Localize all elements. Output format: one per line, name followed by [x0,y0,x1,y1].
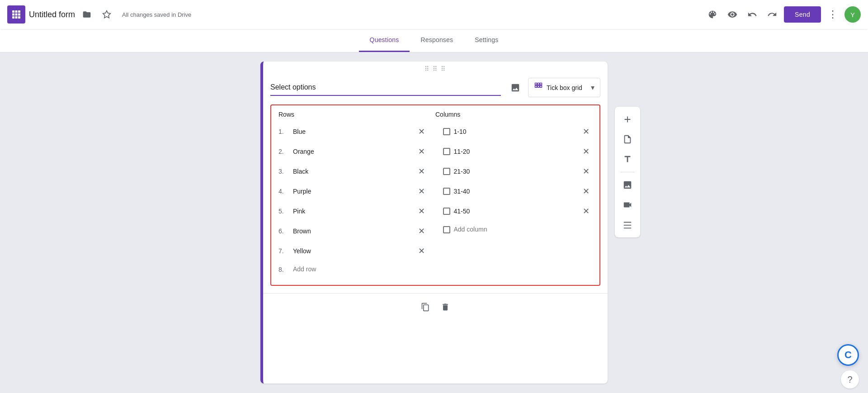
form-title: Untitled form [29,10,75,19]
delete-card-btn[interactable] [437,299,453,315]
app-icon [7,5,25,24]
image-upload-btn[interactable] [506,79,524,97]
preview-icon-btn[interactable] [724,6,741,23]
svg-rect-4 [15,14,18,16]
drag-handle[interactable]: ⠿ ⠿ ⠿ [263,62,608,74]
add-image-btn[interactable] [618,176,637,194]
remove-col-btn[interactable]: ✕ [580,145,592,158]
add-col-input[interactable] [454,225,593,234]
remove-col-btn[interactable]: ✕ [580,185,592,198]
remove-row-btn[interactable]: ✕ [415,125,428,138]
more-icon-btn[interactable]: ⋮ [825,6,841,23]
svg-rect-14 [538,85,539,87]
remove-row-btn[interactable]: ✕ [415,145,428,158]
header-icons: Tick box grid ▾ [506,78,600,97]
topbar-left: Untitled form All changes saved in Drive [7,5,704,24]
row-text-input[interactable] [293,167,412,176]
remove-col-btn[interactable]: ✕ [580,205,592,218]
add-section-btn[interactable] [618,216,637,234]
type-dropdown[interactable]: Tick box grid ▾ [528,78,600,97]
card-header: Tick box grid ▾ [263,74,608,97]
row-text-input[interactable] [293,227,412,236]
folder-icon-btn[interactable] [79,6,95,23]
remove-col-btn[interactable]: ✕ [580,125,592,138]
save-status: All changes saved in Drive [122,11,191,18]
row-text-input[interactable] [293,187,412,196]
topbar-right: Send ⋮ Y [704,6,861,23]
grid-area: Rows Columns 1. ✕ 2. ✕ [270,104,600,286]
topbar: Untitled form All changes saved in Drive… [0,0,868,29]
col-text-input[interactable] [454,207,576,216]
rows-header: Rows [278,111,435,118]
svg-rect-3 [12,14,14,16]
dropdown-arrow-icon: ▾ [591,83,594,92]
tab-responses[interactable]: Responses [410,29,464,52]
list-item: 8. [271,261,435,278]
row-number: 1. [278,128,289,135]
rows-section: 1. ✕ 2. ✕ 3. ✕ 4. [271,122,436,278]
remove-row-btn[interactable]: ✕ [415,205,428,218]
svg-rect-7 [15,16,18,19]
col-checkbox [443,208,450,215]
tabbar: Questions Responses Settings [0,29,868,52]
remove-row-btn[interactable]: ✕ [415,165,428,178]
row-number: 3. [278,168,289,175]
row-number: 4. [278,188,289,195]
add-video-btn[interactable] [618,196,637,214]
col-text-input[interactable] [454,127,576,137]
col-text-input[interactable] [454,167,576,176]
col-text-input[interactable] [454,147,576,156]
remove-row-btn[interactable]: ✕ [415,225,428,237]
svg-rect-13 [535,85,537,87]
remove-col-btn[interactable]: ✕ [580,165,592,178]
col-checkbox [443,128,450,135]
col-checkbox [443,226,450,233]
list-item: 4. ✕ [271,181,435,201]
row-number: 8. [278,266,289,273]
list-item: 5. ✕ [271,201,435,221]
select-options-input[interactable] [270,80,501,96]
redo-icon-btn[interactable] [764,6,780,23]
add-title-btn[interactable] [618,150,637,168]
list-item: 2. ✕ [271,142,435,161]
remove-row-btn[interactable]: ✕ [415,245,428,257]
svg-rect-5 [18,14,20,16]
row-text-input[interactable] [293,147,412,156]
import-questions-btn[interactable] [618,130,637,148]
svg-rect-6 [12,16,14,19]
svg-rect-0 [12,10,14,13]
list-item: 6. ✕ [271,221,435,241]
copy-card-btn[interactable] [417,299,434,315]
svg-rect-10 [535,83,537,85]
add-question-btn[interactable] [618,110,637,128]
cols-header: Columns [435,111,592,118]
main-content: ⠿ ⠿ ⠿ [0,52,868,393]
row-text-input[interactable] [293,127,412,137]
copyright-circle: C [837,344,859,366]
add-row-input[interactable] [293,265,428,274]
grid-header: Rows Columns [271,105,599,122]
customize-icon-btn[interactable] [704,6,721,23]
right-sidebar [615,107,640,237]
tab-settings[interactable]: Settings [464,29,509,52]
star-icon-btn[interactable] [99,6,115,23]
send-button[interactable]: Send [784,6,821,23]
svg-marker-9 [103,11,111,18]
col-checkbox [443,188,450,195]
svg-rect-8 [18,16,20,19]
sidebar-divider [620,172,635,172]
avatar[interactable]: Y [844,6,861,23]
undo-icon-btn[interactable] [744,6,760,23]
list-item: ✕ [436,201,600,221]
svg-rect-12 [540,83,542,85]
col-checkbox [443,168,450,175]
row-text-input[interactable] [293,246,412,256]
remove-row-btn[interactable]: ✕ [415,185,428,198]
list-item: ✕ [436,142,600,161]
col-text-input[interactable] [454,187,576,196]
row-text-input[interactable] [293,207,412,216]
tab-questions[interactable]: Questions [359,29,410,52]
tick-grid-icon [534,82,543,93]
help-button[interactable]: ? [841,370,859,388]
list-item: ✕ [436,181,600,201]
